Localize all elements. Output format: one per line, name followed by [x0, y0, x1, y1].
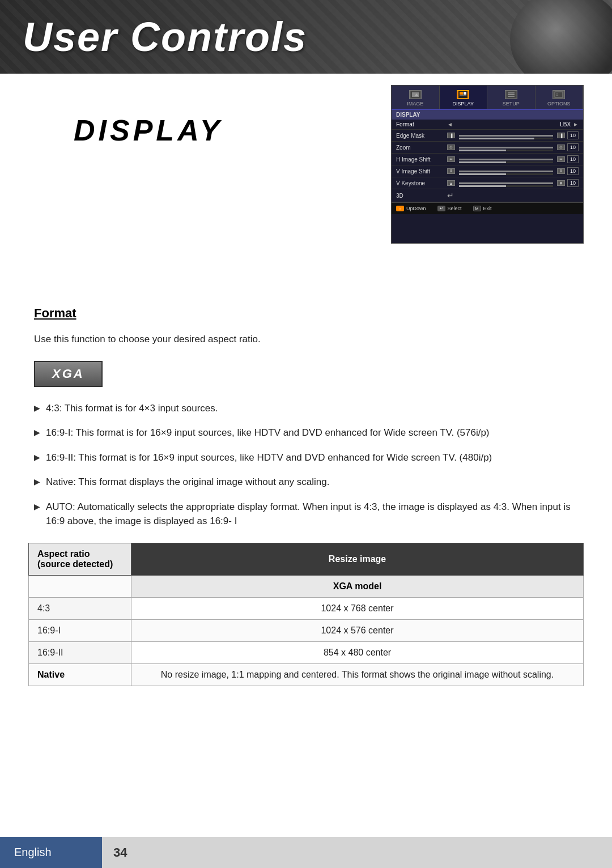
osd-tabs: IMAGE DISPLAY SETUP ≡: [392, 86, 583, 110]
osd-3d-label: 3D: [396, 193, 447, 199]
osd-tab-options[interactable]: ≡ OPTIONS: [536, 86, 584, 109]
osd-row-format: Format ◄ LBX ►: [392, 120, 583, 130]
bullet-arrow-5: ▶: [34, 501, 40, 513]
svg-rect-4: [460, 92, 463, 95]
page-title: User Controls: [23, 14, 307, 60]
main-content: DISPLAY IMAGE DISPLAY: [0, 74, 612, 731]
table-cell-aspect-2: 16:9-I: [29, 619, 131, 641]
display-section-header: DISPLAY IMAGE DISPLAY: [28, 96, 584, 147]
osd-image-icon: [409, 90, 422, 99]
osd-row-zoom: Zoom ⊙ ⊙ 10: [392, 142, 583, 154]
format-description: Use this function to choose your desired…: [34, 332, 584, 347]
bullet-arrow-1: ▶: [34, 402, 40, 414]
osd-display-icon: [457, 90, 469, 99]
page-footer: English 34: [0, 837, 612, 868]
xga-button[interactable]: XGA: [34, 361, 103, 387]
osd-exit-icon: M: [473, 206, 481, 211]
osd-tab-setup[interactable]: SETUP: [487, 86, 536, 109]
table-row-4-3: 4:3 1024 x 768 center: [29, 597, 584, 619]
svg-rect-10: [508, 96, 515, 97]
osd-updown-control: ↕ UpDown: [396, 206, 426, 211]
osd-row-vshift: V Image Shift ⇕ ⇕ 10: [392, 165, 583, 177]
osd-3d-enter-icon: ↵: [447, 191, 454, 200]
osd-zoom-label: Zoom: [396, 144, 447, 151]
osd-keystone-icon-left: ▲: [447, 180, 455, 186]
table-cell-aspect-4: Native: [29, 663, 131, 686]
osd-vshift-label: V Image Shift: [396, 168, 447, 175]
osd-tab-display[interactable]: DISPLAY: [440, 86, 488, 109]
osd-setup-icon: [505, 90, 517, 99]
table-cell-resize-1: 1024 x 768 center: [131, 597, 584, 619]
osd-format-arrow-left[interactable]: ◄: [447, 121, 453, 127]
osd-3d-controls: ↵: [447, 191, 579, 200]
osd-section-title: DISPLAY: [392, 110, 583, 120]
osd-edgemask-slider: ▐ ▐ 10: [447, 131, 579, 139]
osd-hshift-track: [459, 159, 553, 160]
osd-exit-control: M Exit: [473, 206, 492, 211]
bullet-item-4: ▶ Native: This format displays the origi…: [34, 475, 584, 490]
osd-format-arrow-right[interactable]: ►: [573, 121, 579, 127]
osd-menu: IMAGE DISPLAY SETUP ≡: [391, 85, 584, 244]
footer-page-number: 34: [102, 837, 612, 868]
osd-updown-icon: ↕: [396, 206, 404, 211]
table-cell-aspect-3: 16:9-II: [29, 641, 131, 663]
osd-row-edgemask: Edge Mask ▐ ▐ 10: [392, 130, 583, 142]
osd-tab-image-label: IMAGE: [407, 101, 423, 107]
osd-keystone-label: V Keystone: [396, 180, 447, 186]
osd-vshift-track: [459, 171, 553, 172]
osd-hshift-slider: ⇔ ⇔ 10: [447, 155, 579, 163]
osd-zoom-icon-right: ⊙: [557, 144, 565, 150]
osd-hshift-icon-left: ⇔: [447, 156, 455, 162]
bullet-arrow-4: ▶: [34, 476, 40, 488]
osd-select-control: ↵ Select: [437, 206, 462, 211]
osd-row-3d: 3D ↵: [392, 189, 583, 202]
osd-tab-image[interactable]: IMAGE: [392, 86, 440, 109]
svg-rect-20: [459, 173, 506, 175]
osd-keystone-track: [459, 182, 553, 184]
osd-tab-options-label: OPTIONS: [547, 101, 571, 107]
osd-updown-label: UpDown: [406, 206, 426, 211]
table-cell-resize-4: No resize image, 1:1 mapping and centere…: [131, 663, 584, 686]
bullet-arrow-3: ▶: [34, 452, 40, 463]
table-cell-aspect-1: 4:3: [29, 597, 131, 619]
format-bullet-list: ▶ 4:3: This format is for 4×3 input sour…: [34, 401, 584, 529]
osd-vshift-value: 10: [567, 167, 579, 175]
svg-text:≡: ≡: [556, 92, 559, 97]
osd-row-keystone: V Keystone ▲ ▼ 10: [392, 177, 583, 189]
bullet-text-5: AUTO: Automatically selects the appropri…: [46, 500, 584, 529]
osd-zoom-slider: ⊙ ⊙ 10: [447, 143, 579, 151]
osd-edgemask-icon-right: ▐: [557, 133, 565, 138]
osd-bottom-bar: ↕ UpDown ↵ Select M Exit: [392, 202, 583, 214]
osd-tab-display-label: DISPLAY: [453, 101, 474, 107]
svg-rect-14: [459, 138, 534, 139]
table-cell-resize-2: 1024 x 576 center: [131, 619, 584, 641]
osd-edgemask-label: Edge Mask: [396, 133, 447, 139]
svg-rect-5: [464, 92, 466, 95]
table-header-aspect: Aspect ratio(source detected): [29, 543, 131, 575]
lens-decoration: [510, 0, 612, 74]
osd-row-hshift: H Image Shift ⇔ ⇔ 10: [392, 154, 583, 165]
table-cell-resize-3: 854 x 480 center: [131, 641, 584, 663]
osd-format-value: LBX: [455, 121, 571, 127]
bullet-text-2: 16:9-I: This format is for 16×9 input so…: [46, 426, 490, 440]
display-title: DISPLAY: [74, 113, 223, 147]
osd-select-icon: ↵: [437, 206, 445, 211]
svg-rect-21: [506, 173, 553, 175]
osd-edgemask-icon-left: ▐: [447, 133, 455, 138]
page-header: User Controls: [0, 0, 612, 74]
footer-language: English: [0, 837, 102, 868]
svg-rect-15: [534, 138, 553, 139]
table-row-native: Native No resize image, 1:1 mapping and …: [29, 663, 584, 686]
osd-keystone-value: 10: [567, 179, 579, 187]
osd-hshift-icon-right: ⇔: [557, 156, 565, 162]
bullet-text-4: Native: This format displays the origina…: [46, 475, 329, 490]
osd-format-label: Format: [396, 121, 447, 127]
table-row-16-9-i: 16:9-I 1024 x 576 center: [29, 619, 584, 641]
osd-edgemask-value: 10: [567, 131, 579, 139]
bullet-text-3: 16:9-II: This format is for 16×9 input s…: [46, 450, 492, 465]
bullet-item-3: ▶ 16:9-II: This format is for 16×9 input…: [34, 450, 584, 465]
osd-tab-setup-label: SETUP: [503, 101, 520, 107]
osd-edgemask-track: [459, 135, 553, 137]
table-row-16-9-ii: 16:9-II 854 x 480 center: [29, 641, 584, 663]
osd-hshift-label: H Image Shift: [396, 156, 447, 163]
